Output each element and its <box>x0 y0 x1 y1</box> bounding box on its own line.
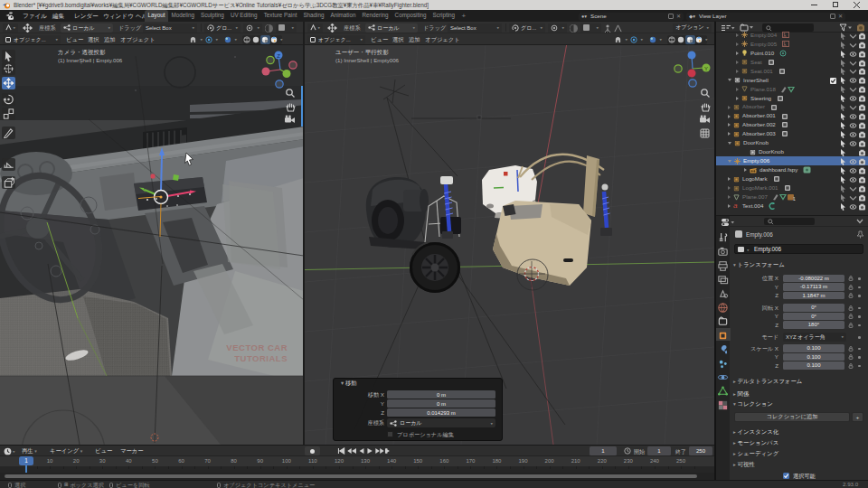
svg-text:(1) InnerShell | Empty006: (1) InnerShell | Empty006 <box>335 57 400 63</box>
svg-text:Z: Z <box>277 53 280 59</box>
svg-text:TUTORIALS: TUTORIALS <box>234 353 288 363</box>
svg-text:ユーザー・平行投影: ユーザー・平行投影 <box>335 49 389 56</box>
svg-text:(1) InnerShell | Empty.006: (1) InnerShell | Empty.006 <box>58 57 123 63</box>
svg-text:Y: Y <box>704 66 708 71</box>
svg-text:VECTOR CAR: VECTOR CAR <box>226 343 288 352</box>
svg-text:カメラ・透視投影: カメラ・透視投影 <box>58 49 106 56</box>
svg-text:1: 1 <box>793 196 796 201</box>
